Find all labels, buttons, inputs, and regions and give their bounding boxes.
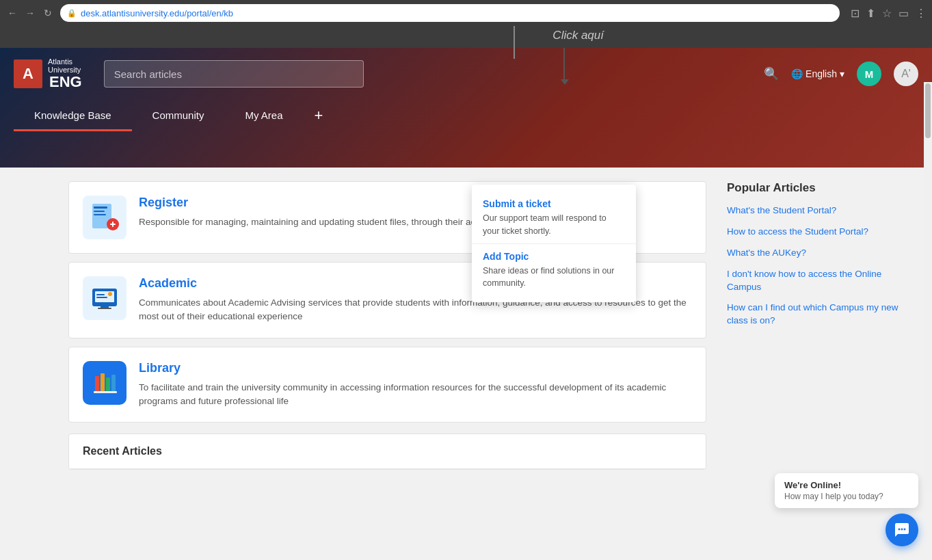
reload-button[interactable]: ↻ bbox=[41, 6, 55, 20]
library-icon bbox=[83, 361, 127, 405]
add-topic-desc: Share ideas or find solutions in our com… bbox=[483, 265, 625, 291]
university-name: AtlantisUniversity bbox=[48, 57, 82, 74]
logo-area: A AtlantisUniversity ENG bbox=[14, 57, 82, 90]
svg-rect-3 bbox=[94, 214, 106, 215]
header-right: 🔍 🌐 English ▾ M A' bbox=[764, 62, 918, 86]
chat-title: We're Online! bbox=[784, 480, 909, 483]
article-card-library: Library To facilitate and train the univ… bbox=[68, 347, 706, 423]
library-body: Library To facilitate and train the univ… bbox=[139, 361, 692, 409]
avatar-alt[interactable]: A' bbox=[894, 62, 918, 86]
search-bar-wrapper: Search articles bbox=[104, 60, 364, 88]
chat-widget: We're Online! How may I help you today? bbox=[775, 473, 918, 483]
svg-rect-12 bbox=[96, 294, 105, 295]
search-bar[interactable]: Search articles bbox=[104, 60, 364, 88]
cast-icon[interactable]: ⊡ bbox=[851, 7, 860, 20]
submit-ticket-desc: Our support team will respond to your ti… bbox=[483, 212, 625, 238]
svg-rect-16 bbox=[106, 377, 110, 391]
svg-rect-9 bbox=[101, 305, 109, 308]
nav-plus-button[interactable]: + bbox=[303, 100, 334, 131]
library-desc: To facilitate and train the university c… bbox=[139, 381, 692, 409]
add-topic-section: Add Topic Share ideas or find solutions … bbox=[472, 243, 636, 296]
popular-link-3[interactable]: What's the AUKey? bbox=[727, 247, 918, 260]
register-icon bbox=[83, 196, 127, 239]
svg-rect-18 bbox=[94, 391, 117, 393]
add-topic-link[interactable]: Add Topic bbox=[483, 251, 625, 262]
svg-rect-13 bbox=[96, 297, 107, 298]
site-nav: Knowledge Base Community My Area + bbox=[0, 100, 932, 131]
share-icon[interactable]: ⬆ bbox=[866, 7, 875, 20]
scrollbar[interactable] bbox=[924, 82, 932, 483]
sidebar-toggle-icon[interactable]: ▭ bbox=[898, 7, 909, 20]
popular-link-5[interactable]: How can I find out which Campus my new c… bbox=[727, 302, 918, 328]
popular-link-4[interactable]: I don't know how to access the Online Ca… bbox=[727, 268, 918, 294]
submit-ticket-link[interactable]: Submit a ticket bbox=[483, 198, 625, 209]
main-content: Register Responsible for managing, maint… bbox=[0, 168, 932, 483]
nav-item-knowledge-base[interactable]: Knowledge Base bbox=[14, 100, 132, 131]
language-indicator: ENG bbox=[49, 74, 82, 90]
search-icon[interactable]: 🔍 bbox=[764, 66, 779, 81]
recent-articles-section: Recent Articles bbox=[68, 434, 706, 470]
user-avatar[interactable]: M bbox=[857, 62, 881, 86]
browser-nav-controls: ← → ↻ bbox=[5, 6, 55, 20]
search-placeholder: Search articles bbox=[114, 68, 182, 80]
dropdown-pointer-arrow bbox=[561, 79, 569, 85]
url-display: desk.atlantisuniversity.edu/portal/en/kb bbox=[81, 8, 233, 18]
annotation-line bbox=[514, 26, 515, 59]
submit-ticket-section: Submit a ticket Our support team will re… bbox=[472, 191, 636, 243]
annotation-bar: Click aquí bbox=[0, 26, 932, 48]
browser-action-buttons: ⊡ ⬆ ☆ ▭ ⋮ bbox=[851, 7, 927, 20]
library-title[interactable]: Library bbox=[139, 361, 692, 375]
svg-rect-17 bbox=[111, 375, 116, 391]
site-header: A AtlantisUniversity ENG Search articles… bbox=[0, 48, 932, 168]
browser-chrome: ← → ↻ 🔒 desk.atlantisuniversity.edu/port… bbox=[0, 0, 932, 26]
svg-rect-10 bbox=[98, 308, 111, 309]
globe-icon: 🌐 bbox=[791, 68, 803, 79]
sidebar: Popular Articles What's the Student Port… bbox=[727, 181, 918, 470]
academic-icon bbox=[83, 276, 127, 320]
back-button[interactable]: ← bbox=[5, 6, 19, 20]
logo-text-block: AtlantisUniversity ENG bbox=[48, 57, 82, 90]
recent-articles-title: Recent Articles bbox=[69, 434, 706, 469]
svg-rect-2 bbox=[94, 211, 105, 212]
popular-articles-title: Popular Articles bbox=[727, 181, 918, 195]
header-top: A AtlantisUniversity ENG Search articles… bbox=[0, 48, 932, 100]
language-selector[interactable]: 🌐 English ▾ bbox=[791, 68, 844, 79]
logo-icon: A bbox=[14, 59, 42, 88]
bookmark-icon[interactable]: ☆ bbox=[882, 7, 892, 20]
dropdown-pointer-line bbox=[563, 48, 565, 83]
chat-bubble: We're Online! How may I help you today? bbox=[775, 473, 918, 483]
chevron-down-icon: ▾ bbox=[840, 68, 844, 79]
nav-item-community[interactable]: Community bbox=[132, 100, 225, 131]
menu-icon[interactable]: ⋮ bbox=[916, 7, 927, 20]
lock-icon: 🔒 bbox=[67, 9, 77, 18]
forward-button[interactable]: → bbox=[23, 6, 37, 20]
popular-link-1[interactable]: What's the Student Portal? bbox=[727, 204, 918, 217]
address-bar[interactable]: 🔒 desk.atlantisuniversity.edu/portal/en/… bbox=[60, 4, 840, 22]
nav-item-my-area[interactable]: My Area bbox=[224, 100, 303, 131]
svg-rect-14 bbox=[95, 376, 99, 391]
svg-rect-6 bbox=[112, 222, 114, 227]
svg-point-11 bbox=[108, 292, 112, 296]
svg-rect-15 bbox=[101, 373, 105, 391]
language-label: English bbox=[805, 68, 837, 79]
popular-link-2[interactable]: How to access the Student Portal? bbox=[727, 226, 918, 239]
click-aqui-label: Click aquí bbox=[552, 29, 604, 42]
svg-rect-1 bbox=[94, 206, 107, 209]
dropdown-popup: Submit a ticket Our support team will re… bbox=[472, 185, 636, 302]
